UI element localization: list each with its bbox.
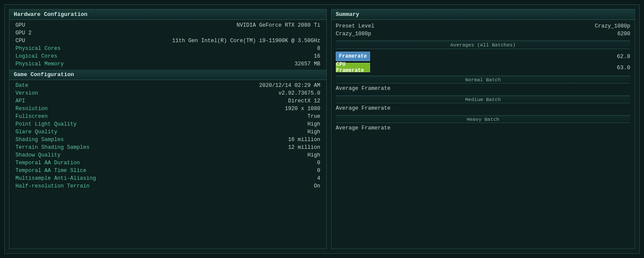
- shadow-label: Shadow Quality: [15, 152, 61, 158]
- point-light-label: Point Light Quality: [15, 121, 77, 127]
- cpu-framerate-legend: CPU Framerate: [336, 63, 370, 72]
- hardware-header: Hardware Configuration: [9, 9, 326, 20]
- halfres-value: On: [314, 183, 320, 189]
- temporal-slice-value: 0: [317, 168, 320, 174]
- game-config-header: Game Configuration: [9, 70, 326, 80]
- game-row-date: Date 2020/12/14 02:29 AM: [9, 82, 326, 89]
- main-wrapper: Hardware Configuration GPU NVIDIA GeForc…: [4, 4, 640, 254]
- point-light-value: High: [307, 121, 320, 127]
- summary-content: Preset Level Crazy_1080p Crazy_1080p 620…: [331, 20, 635, 249]
- averages-bar: Averages (All Batches): [336, 40, 630, 49]
- game-row-version: Version v2.92.73675.0: [9, 89, 326, 97]
- api-value: DirectX 12: [288, 98, 320, 104]
- game-row-point-light: Point Light Quality High: [9, 120, 326, 128]
- normal-batch-bar: Normal Batch: [336, 76, 630, 83]
- hardware-row-physical-memory: Physical Memory 32657 MB: [9, 60, 326, 68]
- cpu-framerate-legend-row: CPU Framerate 63.0: [336, 62, 630, 73]
- physical-cores-value: 8: [317, 46, 320, 52]
- cpu-framerate-box: CPU Framerate: [336, 63, 370, 72]
- framerate-legend-row: Framerate 62.8: [336, 51, 630, 62]
- api-label: API: [15, 98, 25, 104]
- glare-label: Glare Quality: [15, 129, 58, 135]
- cpu-framerate-value: 63.0: [617, 64, 630, 71]
- game-row-api: API DirectX 12: [9, 97, 326, 105]
- hardware-table: GPU NVIDIA GeForce RTX 2080 Ti GPU 2 CPU…: [9, 20, 326, 70]
- hardware-row-physical-cores: Physical Cores 8: [9, 45, 326, 52]
- physical-memory-label: Physical Memory: [15, 61, 64, 67]
- resolution-value: 1920 x 1080: [285, 106, 320, 112]
- medium-batch-bar: Medium Batch: [336, 95, 630, 103]
- date-value: 2020/12/14 02:29 AM: [259, 83, 320, 89]
- crazy-value: 6200: [617, 31, 630, 37]
- resolution-label: Resolution: [15, 106, 48, 112]
- game-table: Date 2020/12/14 02:29 AM Version v2.92.7…: [9, 80, 326, 192]
- heavy-avg-label: Average Framerate: [336, 124, 630, 132]
- physical-cores-label: Physical Cores: [15, 46, 61, 52]
- game-row-temporal-slice: Temporal AA Time Slice 0: [9, 167, 326, 175]
- shadow-value: High: [307, 152, 320, 158]
- medium-avg-label: Average Framerate: [336, 104, 630, 113]
- game-row-glare: Glare Quality High: [9, 128, 326, 136]
- msaa-label: Multisample Anti-Aliasing: [15, 175, 96, 181]
- hardware-row-logical-cores: Logical Cores 16: [9, 52, 326, 60]
- gpu-label: GPU: [15, 22, 25, 28]
- framerate-value: 62.8: [617, 53, 630, 60]
- crazy-label: Crazy_1080p: [336, 31, 371, 37]
- shading-value: 16 million: [288, 137, 320, 143]
- shading-label: Shading Samples: [15, 137, 64, 143]
- game-row-temporal-duration: Temporal AA Duration 0: [9, 159, 326, 167]
- normal-batch-label: Normal Batch: [465, 77, 501, 83]
- game-row-halfres: Half-resolution Terrain On: [9, 182, 326, 190]
- framerate-legend: Framerate: [336, 52, 370, 61]
- temporal-duration-label: Temporal AA Duration: [15, 160, 80, 166]
- terrain-shading-label: Terrain Shading Samples: [15, 144, 90, 150]
- temporal-duration-value: 0: [317, 160, 320, 166]
- logical-cores-label: Logical Cores: [15, 53, 58, 59]
- cpu-framerate-box-label: CPU Framerate: [336, 61, 370, 74]
- game-row-fullscreen: Fullscreen True: [9, 113, 326, 120]
- gpu2-label: GPU 2: [15, 30, 32, 36]
- gpu-value: NVIDIA GeForce RTX 2080 Ti: [237, 22, 320, 28]
- glare-value: High: [307, 129, 320, 135]
- logical-cores-value: 16: [314, 53, 320, 59]
- fullscreen-label: Fullscreen: [15, 114, 48, 120]
- preset-label: Preset Level: [336, 23, 374, 29]
- left-panel: Hardware Configuration GPU NVIDIA GeForc…: [9, 9, 327, 249]
- game-row-msaa: Multisample Anti-Aliasing 4: [9, 175, 326, 182]
- hardware-row-cpu: CPU 11th Gen Intel(R) Core(TM) i9-11900K…: [9, 37, 326, 45]
- terrain-shading-value: 12 million: [288, 144, 320, 150]
- preset-row: Preset Level Crazy_1080p: [336, 22, 630, 30]
- date-label: Date: [15, 83, 28, 89]
- crazy-row: Crazy_1080p 6200: [336, 30, 630, 38]
- game-row-terrain-shading: Terrain Shading Samples 12 million: [9, 144, 326, 151]
- medium-batch-label: Medium Batch: [465, 97, 501, 102]
- framerate-box-label: Framerate: [339, 53, 367, 59]
- msaa-value: 4: [317, 175, 320, 181]
- game-row-shadow: Shadow Quality High: [9, 151, 326, 159]
- version-value: v2.92.73675.0: [278, 90, 320, 96]
- summary-header: Summary: [331, 9, 635, 20]
- cpu-label: CPU: [15, 38, 25, 44]
- framerate-box: Framerate: [336, 52, 370, 61]
- heavy-batch-label: Heavy Batch: [467, 117, 499, 122]
- cpu-value: 11th Gen Intel(R) Core(TM) i9-11900K @ 3…: [172, 38, 320, 44]
- hardware-row-gpu2: GPU 2: [9, 29, 326, 37]
- halfres-label: Half-resolution Terrain: [15, 183, 90, 189]
- heavy-batch-bar: Heavy Batch: [336, 115, 630, 123]
- game-row-resolution: Resolution 1920 x 1080: [9, 105, 326, 113]
- hardware-row-gpu: GPU NVIDIA GeForce RTX 2080 Ti: [9, 22, 326, 29]
- right-panel: Summary Preset Level Crazy_1080p Crazy_1…: [331, 9, 635, 249]
- fullscreen-value: True: [307, 114, 320, 120]
- temporal-slice-label: Temporal AA Time Slice: [15, 168, 86, 174]
- preset-value: Crazy_1080p: [595, 23, 630, 29]
- averages-label: Averages (All Batches): [450, 42, 516, 48]
- normal-avg-label: Average Framerate: [336, 84, 630, 93]
- version-label: Version: [15, 90, 38, 96]
- game-row-shading: Shading Samples 16 million: [9, 136, 326, 144]
- physical-memory-value: 32657 MB: [295, 61, 320, 67]
